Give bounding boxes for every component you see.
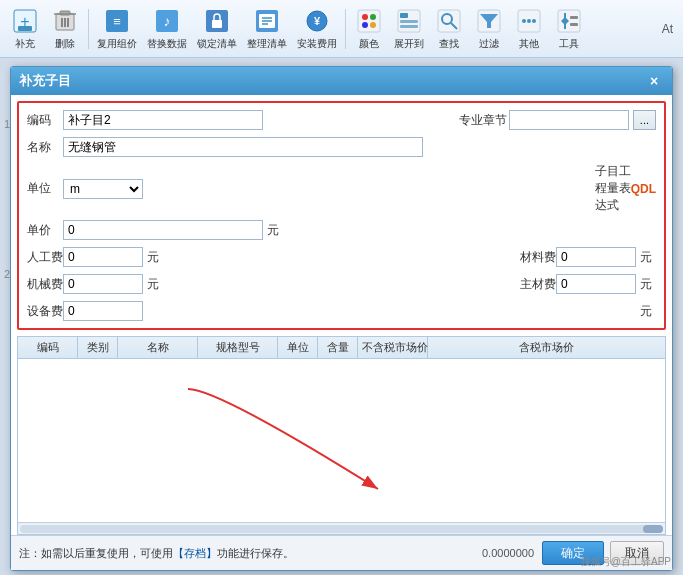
toolbar-reuse-group[interactable]: ≡ 复用组价 — [93, 4, 141, 54]
svg-rect-40 — [570, 16, 578, 19]
replace-data-icon: ♪ — [153, 7, 181, 35]
toolbar-delete-label: 删除 — [55, 37, 75, 51]
chapter-input[interactable] — [509, 110, 629, 130]
th-category: 类别 — [78, 337, 118, 358]
expand-to-icon — [395, 7, 423, 35]
code-input[interactable] — [63, 110, 263, 130]
filter-icon — [475, 7, 503, 35]
sub-info-block: 子目工 程量表 QDL 达式 — [595, 163, 656, 214]
lock-clear-icon — [203, 7, 231, 35]
th-unit: 单位 — [278, 337, 318, 358]
sub-info-row-3: 达式 — [595, 197, 656, 214]
toolbar-delete[interactable]: 删除 — [46, 4, 84, 54]
form-row-machine-main: 机械费 元 主材费 元 — [27, 273, 656, 295]
program-label: 程量表 — [595, 180, 631, 197]
watermark: 搜狐号@百工驿APP — [581, 555, 671, 569]
th-notax-price: 不含税市场价 — [358, 337, 428, 358]
delete-icon — [51, 7, 79, 35]
reuse-group-icon: ≡ — [103, 7, 131, 35]
form-row-code: 编码 专业章节 ... — [27, 109, 656, 131]
th-spec: 规格型号 — [198, 337, 278, 358]
toolbar-replace-data[interactable]: ♪ 替换数据 — [143, 4, 191, 54]
svg-point-24 — [370, 14, 376, 20]
toolbar-find-label: 查找 — [439, 37, 459, 51]
main-material-yuan: 元 — [640, 276, 652, 293]
toolbar-other[interactable]: 其他 — [510, 4, 548, 54]
toolbar-find[interactable]: 查找 — [430, 4, 468, 54]
unit-select[interactable]: m 个 根 吨 — [63, 179, 143, 199]
dialog-close-btn[interactable]: × — [644, 71, 664, 91]
toolbar-organize-clear[interactable]: 整理清单 — [243, 4, 291, 54]
dialog-overlay: 1 2 补充子目 × 编码 专业章节 ... — [0, 58, 683, 575]
main-material-input[interactable] — [556, 274, 636, 294]
toolbar-install-fee-label: 安装费用 — [297, 37, 337, 51]
form-row-unit-price: 单价 元 — [27, 219, 656, 241]
toolbar-lock-clear[interactable]: 锁定清单 — [193, 4, 241, 54]
dialog-title: 补充子目 — [19, 72, 71, 90]
svg-rect-41 — [570, 23, 578, 26]
th-content: 含量 — [318, 337, 358, 358]
form-row-name: 名称 — [27, 136, 656, 158]
labor-label: 人工费 — [27, 249, 63, 266]
th-name: 名称 — [118, 337, 198, 358]
svg-point-25 — [362, 22, 368, 28]
formula-label: 达式 — [595, 197, 631, 214]
svg-rect-14 — [212, 20, 222, 28]
code-label: 编码 — [27, 112, 63, 129]
equipment-input[interactable] — [63, 301, 143, 321]
svg-point-37 — [527, 19, 531, 23]
chapter-browse-btn[interactable]: ... — [633, 110, 656, 130]
labor-yuan: 元 — [147, 249, 159, 266]
form-row-unit: 单位 m 个 根 吨 子目工 程量表 QDL — [27, 163, 656, 214]
svg-rect-2 — [18, 26, 32, 31]
table-body — [18, 359, 665, 522]
toolbar-add-label: 补充 — [15, 37, 35, 51]
red-arrow-annotation — [158, 379, 418, 509]
toolbar-install-fee[interactable]: ¥ 安装费用 — [293, 4, 341, 54]
toolbar-divider-1 — [88, 9, 89, 49]
toolbar: + 补充 删除 ≡ 复用组价 — [0, 0, 683, 58]
chapter-label: 专业章节 — [459, 112, 509, 129]
other-icon — [515, 7, 543, 35]
toolbar-reuse-group-label: 复用组价 — [97, 37, 137, 51]
unit-label: 单位 — [27, 180, 63, 197]
svg-text:≡: ≡ — [113, 14, 121, 29]
svg-rect-22 — [358, 10, 380, 32]
form-row-labor-material: 人工费 元 材料费 元 — [27, 246, 656, 268]
name-input[interactable] — [63, 137, 423, 157]
toolbar-divider-2 — [345, 9, 346, 49]
name-label: 名称 — [27, 139, 63, 156]
toolbar-add[interactable]: + 补充 — [6, 4, 44, 54]
subitem-label: 子目工 — [595, 163, 631, 180]
labor-input[interactable] — [63, 247, 143, 267]
svg-rect-30 — [400, 25, 418, 28]
data-table: 编码 类别 名称 规格型号 单位 含量 不含税市场价 含税市场价 — [17, 336, 666, 535]
toolbar-expand-to[interactable]: 展开到 — [390, 4, 428, 54]
form-row-equipment: 设备费 元 — [27, 300, 656, 322]
install-fee-icon: ¥ — [303, 7, 331, 35]
toolbar-color[interactable]: 颜色 — [350, 4, 388, 54]
toolbar-filter[interactable]: 过滤 — [470, 4, 508, 54]
equipment-label: 设备费 — [27, 303, 63, 320]
unit-price-label: 单价 — [27, 222, 63, 239]
dialog-content: 编码 专业章节 ... 名称 单位 m 个 — [11, 95, 672, 570]
toolbar-replace-data-label: 替换数据 — [147, 37, 187, 51]
scrollbar-thumb[interactable] — [643, 525, 663, 533]
table-scrollbar[interactable] — [18, 522, 665, 534]
table-header: 编码 类别 名称 规格型号 单位 含量 不含税市场价 含税市场价 — [18, 337, 665, 359]
svg-rect-28 — [400, 13, 408, 18]
toolbar-tools-label: 工具 — [559, 37, 579, 51]
toolbar-expand-to-label: 展开到 — [394, 37, 424, 51]
machine-input[interactable] — [63, 274, 143, 294]
sub-info-row-2: 程量表 QDL — [595, 180, 656, 197]
toolbar-other-label: 其他 — [519, 37, 539, 51]
th-code: 编码 — [18, 337, 78, 358]
footer-note: 注：如需以后重复使用，可使用【存档】功能进行保存。 — [19, 546, 474, 561]
at-label: At — [662, 22, 673, 36]
toolbar-tools[interactable]: 工具 — [550, 4, 588, 54]
material-yuan: 元 — [640, 249, 652, 266]
unit-price-input[interactable] — [63, 220, 263, 240]
toolbar-organize-clear-label: 整理清单 — [247, 37, 287, 51]
material-input[interactable] — [556, 247, 636, 267]
toolbar-color-label: 颜色 — [359, 37, 379, 51]
